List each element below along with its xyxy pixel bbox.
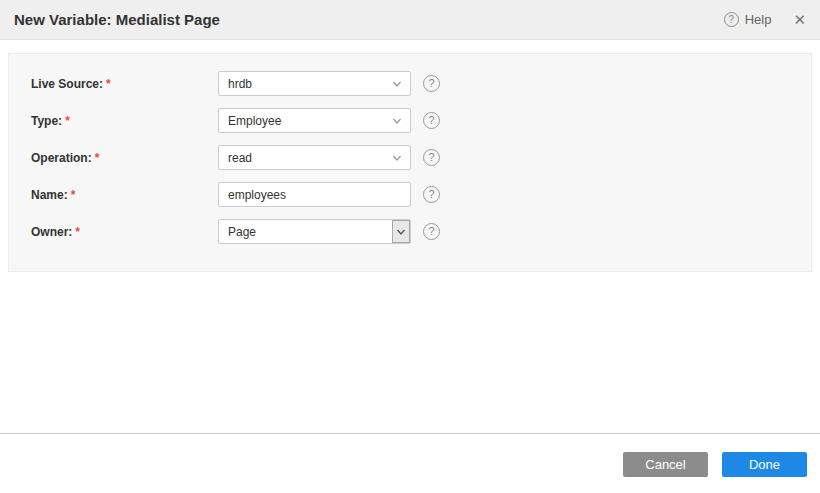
live-source-label: Live Source:* [23,77,218,91]
label-text: Operation: [31,151,92,165]
owner-value: Page [219,225,392,239]
chevron-down-icon [396,227,406,237]
owner-select[interactable]: Page [218,219,411,244]
owner-label: Owner:* [23,225,218,239]
type-value: Employee [219,114,392,128]
form-row-live-source: Live Source:* hrdb ? [23,71,811,96]
done-button[interactable]: Done [722,452,807,477]
header-actions: ? Help ✕ [724,12,806,27]
chevron-down-icon [392,79,402,89]
name-label: Name:* [23,188,218,202]
form-row-operation: Operation:* read ? [23,145,811,170]
live-source-value: hrdb [219,77,392,91]
chevron-down-icon [392,153,402,163]
page-title: New Variable: Medialist Page [14,11,220,28]
help-label: Help [745,12,772,27]
operation-value: read [219,151,392,165]
footer-separator [0,433,820,434]
chevron-down-icon [392,116,402,126]
help-button[interactable]: ? Help [724,12,772,27]
required-asterisk: * [65,114,70,128]
select-arrow-button[interactable] [392,220,410,243]
operation-help-icon[interactable]: ? [423,149,440,166]
required-asterisk: * [75,225,80,239]
operation-label: Operation:* [23,151,218,165]
new-variable-form: Live Source:* hrdb ? Type:* Employee ? O… [8,53,812,272]
type-label: Type:* [23,114,218,128]
required-asterisk: * [106,77,111,91]
name-input[interactable] [218,182,411,207]
close-icon[interactable]: ✕ [793,12,806,27]
operation-dropdown[interactable]: read [218,145,411,170]
name-help-icon[interactable]: ? [423,186,440,203]
owner-help-icon[interactable]: ? [423,223,440,240]
label-text: Owner: [31,225,72,239]
label-text: Live Source: [31,77,103,91]
dialog-header: New Variable: Medialist Page ? Help ✕ [0,0,820,40]
type-help-icon[interactable]: ? [423,112,440,129]
cancel-button[interactable]: Cancel [623,452,708,477]
form-row-owner: Owner:* Page ? [23,219,811,244]
form-row-type: Type:* Employee ? [23,108,811,133]
label-text: Name: [31,188,68,202]
live-source-dropdown[interactable]: hrdb [218,71,411,96]
required-asterisk: * [71,188,76,202]
label-text: Type: [31,114,62,128]
live-source-help-icon[interactable]: ? [423,75,440,92]
footer-actions: Cancel Done [623,452,807,477]
form-row-name: Name:* ? [23,182,811,207]
required-asterisk: * [95,151,100,165]
type-dropdown[interactable]: Employee [218,108,411,133]
help-circle-icon: ? [724,12,739,27]
